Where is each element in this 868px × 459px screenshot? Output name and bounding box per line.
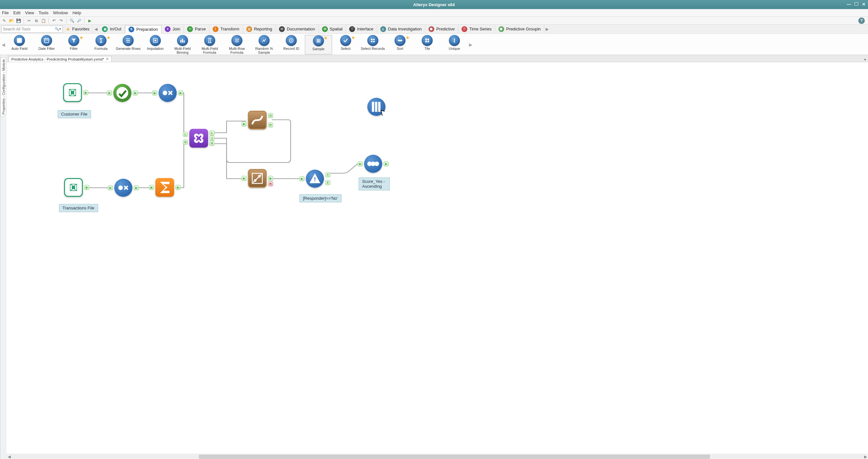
tab-overflow-icon[interactable]: ▾	[862, 57, 868, 62]
output-port-t[interactable]: T	[325, 172, 331, 177]
menu-help[interactable]: Help	[72, 10, 81, 15]
menu-edit[interactable]: Edit	[13, 10, 21, 15]
search-tools-input[interactable]: Search All Tools 🔍▾	[1, 26, 63, 33]
close-button[interactable]: ✕	[861, 1, 867, 7]
output-port[interactable]: ▶	[134, 185, 139, 190]
tool-imputation[interactable]: Imputation	[142, 35, 169, 54]
cat-predictive[interactable]: ⬣ Predictive	[425, 25, 458, 33]
menu-file[interactable]: File	[2, 10, 9, 15]
output-port[interactable]: ▶	[84, 185, 89, 190]
palette-right[interactable]: ▶	[468, 35, 473, 54]
cat-transform[interactable]: Σ Transform	[209, 25, 243, 33]
node-filter[interactable]: ! ▶ T F	[306, 170, 324, 188]
node-input-customer[interactable]: ▶	[63, 83, 82, 102]
undo-icon[interactable]: ↶	[51, 18, 57, 24]
cat-interface[interactable]: 🎬 Interface	[346, 25, 377, 33]
run-button[interactable]: ▶	[87, 18, 93, 24]
tool-generate-rows[interactable]: Generate Rows	[115, 35, 142, 54]
output-port-o[interactable]: O	[268, 113, 273, 118]
output-port[interactable]: ▶	[383, 161, 389, 166]
tool-multi-field-binning[interactable]: Multi-Field Binning	[169, 35, 196, 54]
cat-scroll-right[interactable]: ▶	[545, 25, 550, 33]
cat-reporting[interactable]: ▤ Reporting	[243, 25, 276, 33]
input-port-r[interactable]: R	[183, 140, 188, 145]
input-port[interactable]: ▶	[242, 121, 247, 127]
canvas-area[interactable]: ▶ Customer File ▶ ▶ ▶ ▶	[6, 62, 868, 454]
tool-sort[interactable]: ★ Sort	[386, 35, 413, 54]
cat-parse[interactable]: ⟲ Parse	[184, 25, 209, 33]
input-port-l[interactable]: L	[183, 132, 188, 137]
output-port-r[interactable]: R	[268, 122, 273, 127]
horizontal-scrollbar[interactable]: ◀ ▶	[6, 454, 868, 459]
scroll-thumb[interactable]	[199, 455, 710, 459]
node-summarize[interactable]: ▶ ▶	[155, 178, 174, 197]
maximize-button[interactable]	[855, 2, 858, 5]
cat-scroll-left[interactable]: ◀	[93, 25, 99, 33]
tool-unique[interactable]: Unique	[441, 35, 468, 54]
zoom-in-icon[interactable]: 🔍	[69, 18, 75, 24]
cat-inout[interactable]: ▣ In/Out	[99, 25, 125, 33]
node-select-top[interactable]: ▶ ▶	[159, 84, 177, 102]
copy-icon[interactable]: ⧉	[33, 18, 39, 24]
input-port[interactable]: ▶	[358, 161, 363, 166]
input-port[interactable]: ▶	[152, 90, 157, 95]
output-port[interactable]: ▶	[178, 90, 183, 95]
cat-data-investigation[interactable]: ◎ Data Investigation	[377, 25, 425, 33]
cut-icon[interactable]: ✂	[26, 18, 32, 24]
toolbar-help-icon[interactable]: ?	[858, 18, 865, 24]
cat-preparation[interactable]: ⚗ Preparation	[125, 25, 161, 34]
output-port[interactable]: ▶	[83, 90, 88, 95]
menu-tools[interactable]: Tools	[38, 10, 48, 15]
new-icon[interactable]: ✎	[1, 18, 7, 24]
input-port[interactable]: ▶	[299, 176, 305, 181]
output-port-r[interactable]: R	[209, 141, 215, 146]
input-port[interactable]: ▶	[242, 176, 247, 181]
zoom-out-icon[interactable]: 🔎	[76, 18, 82, 24]
save-icon[interactable]: 💾	[16, 18, 21, 24]
cat-favorites[interactable]: ★ Favorites	[63, 25, 93, 33]
minimize-button[interactable]: —	[846, 1, 852, 7]
node-data-cleanse[interactable]: ▶ ▶	[113, 84, 131, 102]
tool-record-id[interactable]: # Record ID	[278, 35, 305, 54]
open-icon[interactable]: 📂	[8, 18, 14, 24]
output-port[interactable]: ▶	[133, 90, 138, 95]
menu-window[interactable]: Window	[53, 10, 68, 15]
node-join[interactable]: L R L J R	[189, 129, 208, 148]
input-port[interactable]: ▶	[108, 185, 113, 190]
scroll-left-icon[interactable]: ◀	[6, 455, 12, 459]
cat-time-series[interactable]: ⏱ Time Series	[458, 25, 495, 33]
tool-auto-field[interactable]: Auto Field	[6, 35, 33, 54]
tool-tile[interactable]: Tile	[413, 35, 441, 54]
cat-documentation[interactable]: ✉ Documentation	[276, 25, 318, 33]
tool-multi-row-formula[interactable]: Multi-Row Formula	[223, 35, 250, 54]
redo-icon[interactable]: ↷	[58, 18, 64, 24]
tool-filter[interactable]: ★ Filter	[60, 35, 87, 54]
palette-left[interactable]: ◀	[1, 35, 6, 54]
output-port-l[interactable]: L	[209, 130, 215, 135]
output-port-j[interactable]: J	[209, 135, 215, 141]
tool-multi-field-formula[interactable]: Multi-Field Formula	[196, 35, 223, 54]
side-panel-label[interactable]: Properties - Configuration - Module	[1, 58, 6, 116]
tool-sample[interactable]: ★ Sample	[305, 35, 332, 54]
input-port[interactable]: ▶	[149, 185, 154, 190]
tool-date-filter[interactable]: Date Filter	[33, 35, 60, 54]
node-score-bottom[interactable]: ▶ ▶ R	[248, 169, 267, 188]
tool-formula[interactable]: ★ Formula	[87, 35, 115, 54]
node-select-bottom[interactable]: ▶ ▶	[114, 179, 132, 197]
cat-predictive-grouping[interactable]: ⬢ Predictive Groupin	[495, 25, 545, 33]
tool-select-records[interactable]: Select Records	[359, 35, 386, 54]
cat-spatial[interactable]: ✪ Spatial	[319, 25, 346, 33]
output-port[interactable]: ▶	[176, 185, 181, 190]
output-port[interactable]: ▶	[268, 176, 273, 181]
node-score-top[interactable]: ▶ O R	[248, 111, 267, 129]
tool-select[interactable]: ★ Select	[332, 35, 359, 54]
document-tab[interactable]: Predictive Analytics - Predicticting Pro…	[8, 56, 112, 62]
input-port[interactable]: ▶	[107, 90, 112, 95]
side-panel-tabs[interactable]: Properties - Configuration - Module	[0, 55, 6, 459]
cat-join[interactable]: ✦ Join	[161, 25, 184, 33]
node-input-transactions[interactable]: ▶	[64, 178, 83, 197]
tool-random-sample[interactable]: Random % Sample	[250, 35, 278, 54]
node-sort[interactable]: ▶ ▶	[364, 155, 382, 173]
scroll-right-icon[interactable]: ▶	[863, 455, 868, 459]
output-port-r[interactable]: R	[268, 181, 273, 186]
